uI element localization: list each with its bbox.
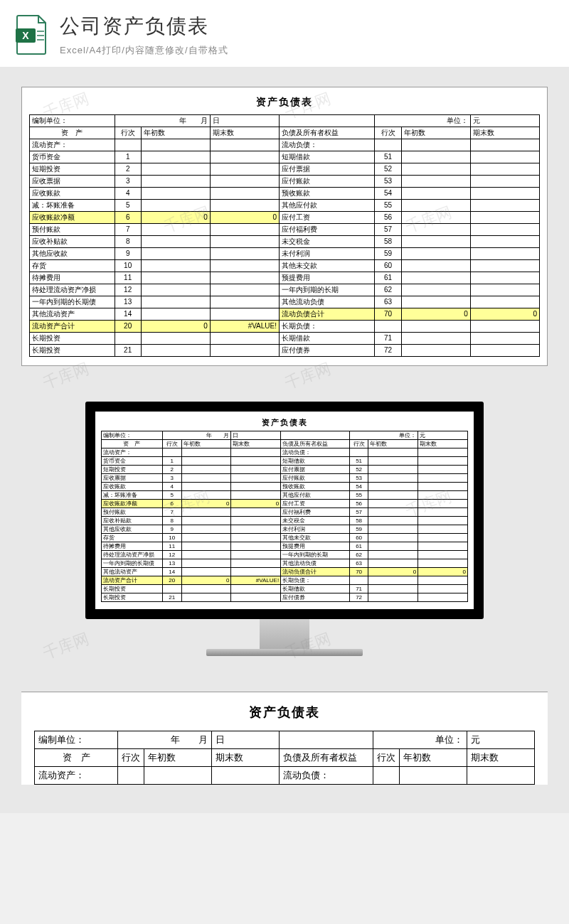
asset-rowno: 14 bbox=[115, 308, 141, 321]
liab-rowno: 70 bbox=[349, 568, 368, 576]
asset-begin: 0 bbox=[181, 500, 231, 508]
asset-name: 流动资产： bbox=[30, 139, 115, 151]
preview-area: 千库网 千库网 千库网 千库网 千库网 千库网 千库网 千库网 千库网 千库网 … bbox=[0, 67, 569, 813]
asset-begin bbox=[141, 308, 210, 321]
asset-name: 待摊费用 bbox=[102, 542, 163, 551]
asset-end: #VALUE! bbox=[231, 576, 281, 585]
unit-value: 元 bbox=[470, 115, 539, 127]
asset-end bbox=[210, 188, 279, 200]
col-rowno: 行次 bbox=[349, 440, 368, 448]
liab-end bbox=[418, 466, 468, 474]
asset-begin bbox=[141, 272, 210, 284]
liab-name: 其他应付款 bbox=[280, 200, 375, 212]
liab-begin bbox=[401, 163, 470, 176]
liab-rowno: 57 bbox=[349, 508, 368, 517]
col-end: 期末数 bbox=[470, 127, 539, 139]
date-day: 日 bbox=[210, 115, 279, 127]
liab-name: 未付利润 bbox=[281, 525, 350, 534]
liab-rowno: 52 bbox=[349, 466, 368, 474]
asset-name: 减：坏账准备 bbox=[102, 491, 163, 500]
unit-value: 元 bbox=[467, 731, 534, 749]
asset-begin bbox=[144, 767, 211, 785]
liab-name: 其他流动负债 bbox=[281, 559, 350, 568]
monitor-base bbox=[206, 649, 363, 656]
liab-name: 未付利润 bbox=[280, 248, 375, 260]
liab-end bbox=[470, 345, 539, 357]
liab-rowno: 60 bbox=[349, 534, 368, 542]
liab-name: 长期负债： bbox=[281, 576, 350, 585]
liab-rowno bbox=[375, 321, 401, 333]
liab-end bbox=[470, 333, 539, 345]
liab-begin bbox=[368, 483, 418, 491]
asset-begin bbox=[141, 188, 210, 200]
liab-begin bbox=[368, 585, 418, 593]
asset-name: 一年内到期的长期债 bbox=[102, 559, 163, 568]
asset-begin: 0 bbox=[141, 321, 210, 333]
asset-rowno: 8 bbox=[162, 517, 181, 525]
asset-name: 长期投资 bbox=[30, 333, 115, 345]
sheet-title: 资产负债表 bbox=[101, 417, 468, 428]
asset-name: 其他应收款 bbox=[102, 525, 163, 534]
liab-name: 应付票据 bbox=[281, 466, 350, 474]
page-title: 公司资产负债表 bbox=[60, 13, 555, 40]
asset-begin bbox=[141, 163, 210, 176]
liab-rowno: 53 bbox=[375, 176, 401, 188]
asset-end bbox=[210, 163, 279, 176]
asset-begin bbox=[181, 508, 231, 517]
unit-label: 单位： bbox=[373, 731, 467, 749]
asset-begin bbox=[181, 448, 231, 457]
liab-end bbox=[418, 500, 468, 508]
asset-end bbox=[210, 260, 279, 272]
asset-name: 长期投资 bbox=[102, 593, 163, 602]
liab-name: 应付账款 bbox=[281, 474, 350, 483]
liab-begin bbox=[368, 551, 418, 559]
col-end: 期末数 bbox=[467, 749, 534, 767]
asset-begin bbox=[181, 525, 231, 534]
asset-begin bbox=[181, 457, 231, 466]
liab-name: 长期借款 bbox=[280, 333, 375, 345]
asset-end bbox=[231, 457, 281, 466]
asset-end bbox=[231, 542, 281, 551]
liab-end bbox=[470, 296, 539, 308]
liab-name: 其他未交款 bbox=[281, 534, 350, 542]
balance-sheet-table: 编制单位：年 月日单位：元资 产行次年初数期末数负债及所有者权益行次年初数期末数… bbox=[34, 731, 535, 785]
liab-end bbox=[418, 542, 468, 551]
liab-end bbox=[418, 551, 468, 559]
asset-begin bbox=[181, 559, 231, 568]
asset-end bbox=[210, 176, 279, 188]
asset-rowno: 14 bbox=[162, 568, 181, 576]
liab-rowno: 72 bbox=[375, 345, 401, 357]
liab-rowno: 51 bbox=[349, 457, 368, 466]
asset-begin bbox=[181, 593, 231, 602]
sheet-preview-large: 资产负债表 编制单位：年 月日单位：元资 产行次年初数期末数负债及所有者权益行次… bbox=[21, 87, 548, 366]
asset-name: 应收票据 bbox=[30, 176, 115, 188]
liab-name: 流动负债： bbox=[280, 767, 373, 785]
liab-end bbox=[470, 321, 539, 333]
liab-name: 应付债券 bbox=[281, 593, 350, 602]
col-liab: 负债及所有者权益 bbox=[281, 440, 350, 448]
col-rowno: 行次 bbox=[118, 749, 144, 767]
liab-end bbox=[470, 163, 539, 176]
liab-begin bbox=[401, 260, 470, 272]
liab-rowno: 72 bbox=[349, 593, 368, 602]
col-rowno: 行次 bbox=[373, 749, 399, 767]
asset-name: 应收补贴款 bbox=[30, 236, 115, 248]
liab-end bbox=[470, 260, 539, 272]
liab-end bbox=[418, 448, 468, 457]
liab-end bbox=[470, 248, 539, 260]
liab-end bbox=[470, 272, 539, 284]
liab-name: 长期借款 bbox=[281, 585, 350, 593]
asset-name: 货币资金 bbox=[30, 151, 115, 163]
liab-rowno: 56 bbox=[375, 212, 401, 224]
asset-rowno: 11 bbox=[115, 272, 141, 284]
asset-begin bbox=[141, 139, 210, 151]
asset-end bbox=[210, 296, 279, 308]
liab-end bbox=[470, 200, 539, 212]
liab-end bbox=[470, 212, 539, 224]
asset-name: 其他应收款 bbox=[30, 248, 115, 260]
col-begin: 年初数 bbox=[401, 127, 470, 139]
asset-end bbox=[231, 466, 281, 474]
liab-begin bbox=[368, 474, 418, 483]
liab-name: 短期借款 bbox=[281, 457, 350, 466]
liab-begin bbox=[401, 188, 470, 200]
